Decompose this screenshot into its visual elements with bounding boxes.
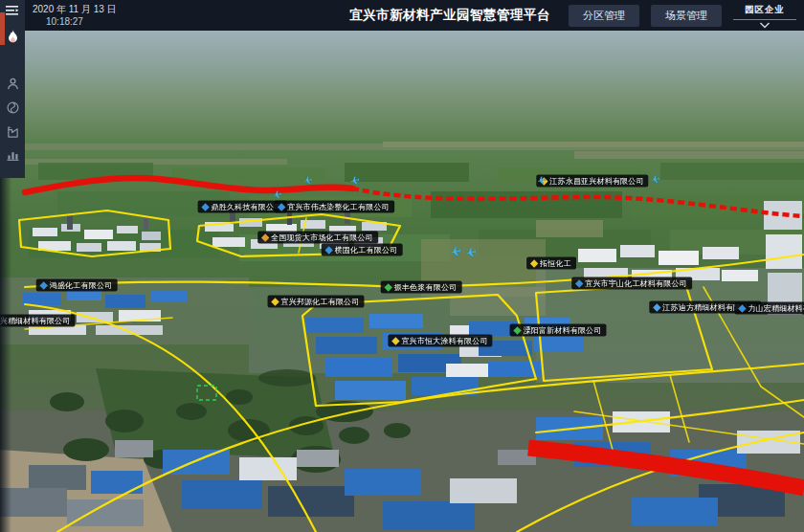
company-label[interactable]: 振丰色浆有限公司 <box>381 281 462 294</box>
radar-icon <box>7 101 19 114</box>
company-name: 鸿盛化工有限公司 <box>50 281 113 290</box>
sidebar-item-enterprise[interactable] <box>0 121 25 142</box>
jet-marker-icon[interactable]: ✈ <box>464 245 479 260</box>
company-name: 振兴精细材料有限公司 <box>0 317 71 325</box>
jet-marker-icon[interactable]: ✈ <box>650 174 661 187</box>
company-name: 宜兴市宇山化工材料有限公司 <box>585 279 687 288</box>
company-label[interactable]: 宜兴市恒大涂料有限公司 <box>388 335 492 347</box>
dropdown-label: 园区企业 <box>745 4 785 16</box>
datetime-block: 2020 年 11 月 13 日 10:18:27 <box>33 3 117 28</box>
company-label[interactable]: 全国现货大市场化工有限公司 <box>257 232 378 244</box>
company-name: 横固化工有限公司 <box>335 246 398 255</box>
company-name: 振丰色浆有限公司 <box>394 283 458 292</box>
current-date: 2020 年 11 月 13 日 <box>33 3 117 15</box>
sidebar-item-statistics[interactable] <box>0 144 25 165</box>
header-actions: 分区管理 场景管理 园区企业 <box>569 0 796 31</box>
partition-manage-button[interactable]: 分区管理 <box>569 5 639 27</box>
company-name: 宜兴市伟杰染整化工有限公司 <box>287 203 390 211</box>
menu-icon <box>6 5 19 16</box>
company-name: 力山宏精细材料有限公司 <box>748 304 804 313</box>
user-icon <box>7 78 19 90</box>
sidebar-item-radar[interactable] <box>0 97 25 118</box>
bar-chart-icon <box>7 148 19 161</box>
jet-marker-icon[interactable]: ✈ <box>349 174 362 188</box>
company-label[interactable]: 振兴精细材料有限公司 <box>0 315 76 327</box>
smart-park-platform: 鼎胜久科技有限公司 宜兴市伟杰染整化工有限公司 全国现货大市场化工有限公司 横固… <box>0 0 804 532</box>
company-name: 溧阳富新材料有限公司 <box>524 326 602 335</box>
company-marker-icon <box>271 298 279 305</box>
sidebar-item-fire[interactable] <box>0 26 25 47</box>
company-marker-icon <box>738 304 746 312</box>
company-label[interactable]: 拓恒化工 <box>526 257 576 270</box>
page-title: 宜兴市新材料产业园智慧管理平台 <box>349 0 550 31</box>
company-marker-icon <box>278 203 285 211</box>
current-time: 10:18:27 <box>33 15 117 28</box>
chevron-down-icon <box>759 22 770 29</box>
jet-marker-icon[interactable]: ✈ <box>302 175 314 188</box>
company-marker-icon <box>653 303 660 311</box>
company-label[interactable]: 鸿盛化工有限公司 <box>36 279 118 292</box>
scene-manage-button[interactable]: 场景管理 <box>651 5 722 27</box>
company-marker-icon <box>261 233 269 241</box>
company-name: 拓恒化工 <box>540 259 571 268</box>
top-bar: 2020 年 11 月 13 日 10:18:27 宜兴市新材料产业园智慧管理平… <box>25 0 804 31</box>
company-marker-icon <box>384 283 391 291</box>
company-marker-icon <box>530 259 538 267</box>
company-name: 宜兴邦源化工有限公司 <box>281 298 360 306</box>
company-name: 全国现货大市场化工有限公司 <box>271 233 373 242</box>
map-3d-viewport[interactable]: 鼎胜久科技有限公司 宜兴市伟杰染整化工有限公司 全国现货大市场化工有限公司 横固… <box>0 31 804 532</box>
flame-icon <box>7 30 19 44</box>
tool-sidebar <box>0 0 25 178</box>
sidebar-item-menu[interactable] <box>0 0 25 21</box>
dropdown-underline <box>733 19 796 20</box>
company-name: 宜兴市恒大涂料有限公司 <box>401 337 487 345</box>
park-enterprise-dropdown[interactable]: 园区企业 <box>733 2 796 29</box>
company-marker-icon <box>324 246 332 254</box>
company-marker-icon <box>391 337 399 344</box>
company-label[interactable]: 宜兴市宇山化工材料有限公司 <box>571 277 692 290</box>
company-name: 鼎胜久科技有限公司 <box>212 203 282 211</box>
jet-marker-icon[interactable]: ✈ <box>449 244 463 259</box>
sidebar-item-personnel[interactable] <box>0 73 25 94</box>
company-marker-icon <box>575 279 583 287</box>
company-marker-icon <box>39 281 47 289</box>
company-marker-icon <box>201 203 209 211</box>
company-label[interactable]: 宜兴邦源化工有限公司 <box>268 296 365 308</box>
map-overlay: 鼎胜久科技有限公司 宜兴市伟杰染整化工有限公司 全国现货大市场化工有限公司 横固… <box>0 31 804 532</box>
company-label[interactable]: 力山宏精细材料有限公司 <box>734 302 804 315</box>
company-label[interactable]: 横固化工有限公司 <box>322 244 403 256</box>
jet-marker-icon[interactable]: ✈ <box>272 189 283 202</box>
company-label[interactable]: 宜兴市伟杰染整化工有限公司 <box>274 201 394 213</box>
factory-icon <box>7 125 19 138</box>
company-marker-icon <box>513 326 521 334</box>
company-label[interactable]: 江苏永昌亚兴材料有限公司 <box>536 175 648 188</box>
company-label[interactable]: 溧阳富新材料有限公司 <box>510 324 607 337</box>
company-name: 江苏永昌亚兴材料有限公司 <box>549 177 643 186</box>
